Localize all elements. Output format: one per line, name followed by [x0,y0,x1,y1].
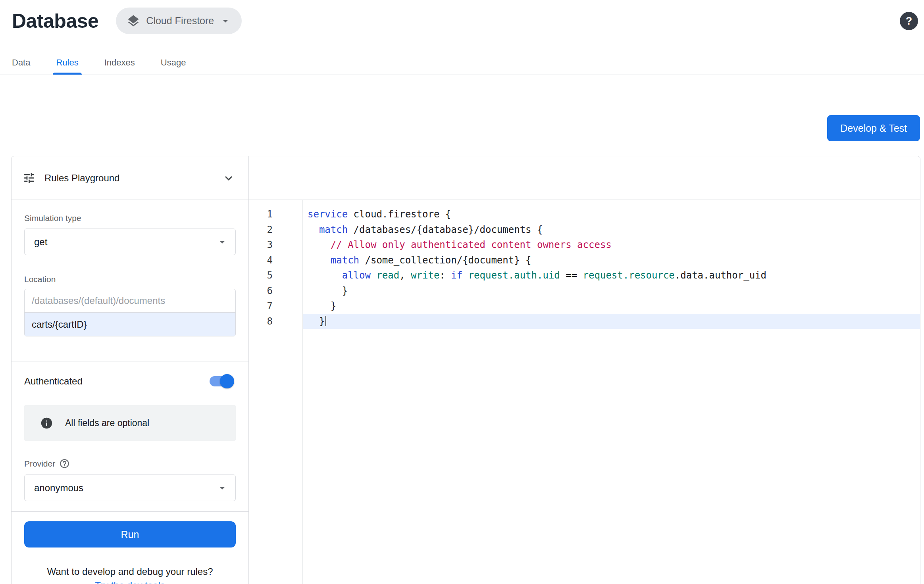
code-token: == [560,270,583,281]
code-line[interactable]: // Allow only authenticated content owne… [303,237,920,253]
code-line[interactable]: } [303,314,920,329]
playground-header: Rules Playground [12,156,249,200]
code-token [308,239,331,250]
code-token [308,224,319,235]
code-token: read [376,270,399,281]
code-line[interactable]: allow read, write: if request.auth.uid =… [303,268,920,283]
tab-rules[interactable]: Rules [56,50,78,75]
divider [12,511,248,512]
code-token: if [451,270,462,281]
help-button[interactable]: ? [900,12,918,30]
code-token: } [308,300,336,311]
code-line[interactable]: } [303,298,920,314]
tabs: DataRulesIndexesUsage [0,50,924,75]
code-token [308,270,342,281]
code-token [462,270,468,281]
line-number: 8 [249,314,302,329]
line-number: 3 [249,237,302,253]
code-token: , [399,270,411,281]
product-selector-label: Cloud Firestore [146,15,214,27]
info-banner-text: All fields are optional [65,418,149,428]
code-token: } [308,285,348,296]
location-input[interactable]: carts/{cartID} [25,312,235,336]
code-token: match [331,255,359,266]
info-icon [40,417,53,430]
code-token: service [308,209,348,220]
code-token: // Allow only authenticated content owne… [331,239,612,250]
code-token: match [319,224,348,235]
provider-label: Provider [24,459,55,469]
code-token: allow [342,270,371,281]
help-outline-icon[interactable] [59,458,70,469]
simulation-type-select[interactable]: get [24,229,236,255]
devtools-link[interactable]: Try the dev tools [24,580,236,584]
tab-indexes[interactable]: Indexes [104,50,135,75]
rules-panel: Rules Playground Simulation type get Loc… [11,156,920,584]
code-token: /some_collection/{document} { [359,255,531,266]
playground-body: Simulation type get Location /databases/… [12,200,249,584]
playground-title: Rules Playground [44,173,119,184]
chevron-down-icon [216,482,228,494]
devtools-question: Want to develop and debug your rules? [24,566,236,578]
line-number: 1 [249,207,302,222]
location-input-group: /databases/(default)/documents carts/{ca… [24,289,236,336]
line-number: 4 [249,253,302,268]
code-token: request.auth.uid [468,270,560,281]
code-token: cloud.firestore { [348,209,451,220]
provider-select[interactable]: anonymous [24,474,236,501]
location-base-path: /databases/(default)/documents [25,289,235,312]
develop-test-button[interactable]: Develop & Test [827,115,920,141]
code-line[interactable]: service cloud.firestore { [303,207,920,222]
code-editor[interactable]: 12345678 service cloud.firestore { match… [249,200,920,584]
code-lines: service cloud.firestore { match /databas… [302,200,920,584]
simulation-type-label: Simulation type [24,213,236,223]
product-selector[interactable]: Cloud Firestore [116,8,242,34]
line-number: 6 [249,283,302,299]
provider-value: anonymous [34,482,83,494]
location-label: Location [24,274,236,284]
line-number: 2 [249,222,302,238]
code-token: : [439,270,451,281]
editor-toolbar [249,156,920,200]
toggle-thumb [220,374,234,388]
line-number: 5 [249,268,302,283]
info-banner: All fields are optional [24,405,236,441]
gutter: 12345678 [249,207,302,584]
tab-usage[interactable]: Usage [161,50,186,75]
tune-icon [23,171,36,184]
app-header: Database Cloud Firestore ? [0,0,924,42]
provider-label-row: Provider [24,458,236,469]
code-token: .data.author_uid [675,270,766,281]
run-button[interactable]: Run [24,521,236,548]
chevron-down-icon [219,15,231,27]
divider [12,361,248,361]
code-token: /databases/{database}/documents { [348,224,543,235]
authenticated-row: Authenticated [24,373,236,389]
simulation-type-value: get [34,236,47,248]
code-line[interactable]: match /databases/{database}/documents { [303,222,920,238]
firestore-icon [126,14,141,28]
code-token [371,270,376,281]
code-line[interactable]: match /some_collection/{document} { [303,253,920,268]
line-number: 7 [249,298,302,314]
authenticated-label: Authenticated [24,376,83,387]
chevron-down-icon [216,236,228,248]
code-token: } [308,316,325,327]
code-token [308,255,331,266]
code-token: request.resource [583,270,675,281]
tab-data[interactable]: Data [12,50,30,75]
code-line[interactable]: } [303,283,920,299]
collapse-chevron-icon[interactable] [221,171,236,185]
authenticated-toggle[interactable] [210,376,233,386]
page-title: Database [12,10,98,33]
code-token: write [411,270,439,281]
help-glyph: ? [906,15,912,27]
text-cursor [325,316,326,326]
